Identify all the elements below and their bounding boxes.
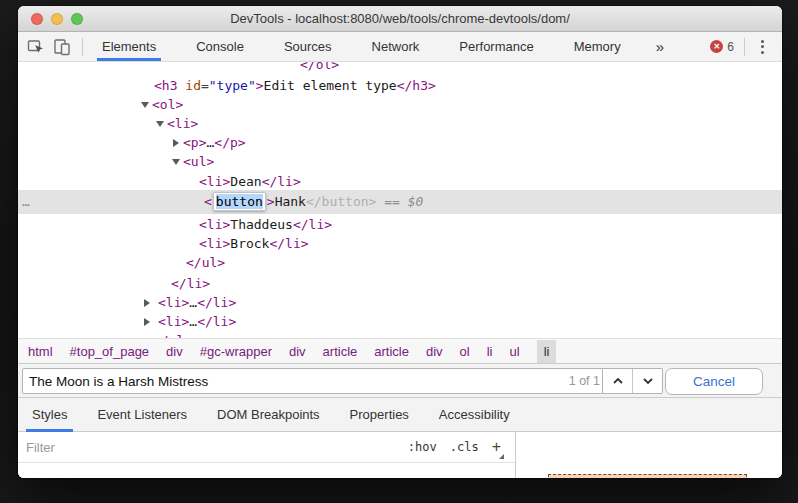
dom-node-text: <ol> (152, 95, 183, 114)
breadcrumb-item-ul[interactable]: ul (510, 340, 520, 363)
dom-node-text: <h3 id="type">Edit element type</h3> (154, 76, 436, 95)
toolbar-right-cluster: ✕ 6 (710, 36, 782, 58)
tab-memory[interactable]: Memory (569, 32, 626, 61)
find-bar: 1 of 1 Cancel (18, 364, 782, 398)
dom-node-text: <li>Thaddeus</li> (199, 215, 332, 234)
dom-token: … (189, 295, 197, 310)
dom-tree-row[interactable]: <ul> (18, 152, 782, 171)
dom-tree-row[interactable]: <li>Dean</li> (18, 172, 782, 191)
dom-token: <p> (183, 135, 206, 150)
dom-tree-row[interactable]: </ul> (18, 253, 782, 272)
dom-token: Dean (230, 174, 261, 189)
dom-token: </li> (171, 276, 210, 291)
cancel-search-button[interactable]: Cancel (665, 368, 763, 395)
close-window-button[interactable] (31, 13, 43, 25)
dom-token: Brock (230, 236, 269, 251)
dom-tree-row[interactable]: <ol> (18, 95, 782, 114)
breadcrumb-item-div[interactable]: div (289, 340, 306, 363)
dom-tree-row[interactable]: <h3 id="type">Edit element type</h3> (18, 76, 782, 95)
box-model-margin-box[interactable] (548, 474, 747, 478)
tab-elements[interactable]: Elements (97, 32, 161, 61)
breadcrumb-item-article[interactable]: article (323, 340, 358, 363)
breadcrumb: html#top_of_pagediv#gc-wrapperdivarticle… (18, 338, 782, 364)
toggle-classes-button[interactable]: .cls (450, 440, 479, 454)
dom-node-text: <button>Hank</button> == $0 (204, 190, 423, 214)
error-count: 6 (727, 40, 734, 54)
styles-filter-toolbar: :hov.cls+ (18, 432, 515, 463)
dom-token: <h3 (154, 78, 185, 93)
breadcrumb-item-article[interactable]: article (374, 340, 409, 363)
toolbar-separator (82, 38, 83, 56)
toggle-element-state-button[interactable]: :hov (408, 440, 437, 454)
breadcrumb-item-topofpage[interactable]: #top_of_page (70, 340, 150, 363)
breadcrumb-item-gc-wrapper[interactable]: #gc-wrapper (200, 340, 272, 363)
breadcrumb-item-div[interactable]: div (166, 340, 183, 363)
dom-token: </li> (262, 174, 301, 189)
dom-tree-row[interactable]: <li>…</li> (18, 312, 782, 331)
breadcrumb-item-div[interactable]: div (426, 340, 443, 363)
sidebar-tab-accessibility[interactable]: Accessibility (433, 398, 516, 431)
dom-token: </button> (306, 194, 376, 209)
maximize-window-button[interactable] (71, 13, 83, 25)
styles-panel: :hov.cls+ (18, 432, 782, 478)
console-errors-badge[interactable]: ✕ 6 (710, 40, 734, 54)
tab-performance[interactable]: Performance (454, 32, 538, 61)
dom-node-text: </li> (171, 274, 210, 293)
dom-node-text: <li>…</li> (158, 293, 236, 312)
find-previous-button[interactable] (603, 369, 632, 393)
dom-token: </h3> (397, 78, 436, 93)
tab-sources[interactable]: Sources (279, 32, 337, 61)
window-controls (31, 13, 83, 25)
styles-rules-pane: :hov.cls+ (18, 432, 515, 478)
collapse-arrow-icon[interactable] (172, 159, 180, 165)
tab-network[interactable]: Network (367, 32, 425, 61)
dom-token: <li> (199, 236, 230, 251)
dom-tree-row[interactable]: <li>Brock</li> (18, 234, 782, 253)
breadcrumb-item-html[interactable]: html (28, 340, 53, 363)
styles-filter-input[interactable] (18, 440, 348, 455)
expand-arrow-icon[interactable] (144, 318, 150, 326)
dom-token: == $0 (376, 194, 423, 209)
dom-tree-row[interactable]: </ol> (18, 331, 782, 338)
dom-tree-row[interactable]: <li>…</li> (18, 293, 782, 312)
dom-tree-row[interactable]: <li>Thaddeus</li> (18, 215, 782, 234)
devtools-toolbar: ElementsConsoleSourcesNetworkPerformance… (18, 32, 782, 62)
error-icon: ✕ (710, 40, 723, 53)
dom-token: </li> (269, 236, 308, 251)
dom-tree-row[interactable]: <p>…</p> (18, 133, 782, 152)
minimize-window-button[interactable] (51, 13, 63, 25)
dom-node-text: <li>Dean</li> (199, 172, 301, 191)
device-toolbar-icon[interactable] (52, 37, 72, 57)
more-panels-button[interactable]: » (656, 38, 664, 55)
selected-row-overflow-marker[interactable]: … (22, 190, 31, 214)
new-style-rule-button[interactable]: + (492, 442, 501, 452)
dom-tree-row[interactable]: <li> (18, 114, 782, 133)
search-input[interactable] (22, 368, 603, 394)
dom-tree-row[interactable]: …<button>Hank</button> == $0 (18, 190, 782, 214)
dom-tree-row[interactable]: </li> (18, 274, 782, 293)
sidebar-tab-properties[interactable]: Properties (344, 398, 415, 431)
tag-name-editor[interactable]: button (213, 192, 266, 211)
breadcrumb-item-li[interactable]: li (487, 340, 493, 363)
dom-tree: </ol><h3 id="type">Edit element type</h3… (18, 62, 782, 338)
sidebar-tab-event-listeners[interactable]: Event Listeners (91, 398, 193, 431)
find-next-button[interactable] (632, 369, 662, 393)
dom-tree-row[interactable]: </ol> (18, 62, 782, 74)
dom-token: </li> (293, 217, 332, 232)
tab-console[interactable]: Console (191, 32, 249, 61)
expand-arrow-icon[interactable] (173, 139, 179, 147)
dom-token: button (216, 194, 263, 209)
dom-token: </ol> (153, 333, 192, 338)
inspect-element-icon[interactable] (26, 37, 46, 57)
collapse-arrow-icon[interactable] (141, 102, 149, 108)
customize-devtools-icon[interactable] (755, 36, 770, 58)
breadcrumb-item-ol[interactable]: ol (460, 340, 470, 363)
dom-token: Hank (275, 194, 306, 209)
sidebar-tab-styles[interactable]: Styles (26, 398, 73, 431)
collapse-arrow-icon[interactable] (156, 121, 164, 127)
window-title: DevTools - localhost:8080/web/tools/chro… (18, 11, 782, 26)
expand-arrow-icon[interactable] (144, 299, 150, 307)
dom-node-text: <ul> (183, 152, 214, 171)
sidebar-tab-dom-breakpoints[interactable]: DOM Breakpoints (211, 398, 326, 431)
breadcrumb-item-li[interactable]: li (537, 340, 557, 363)
